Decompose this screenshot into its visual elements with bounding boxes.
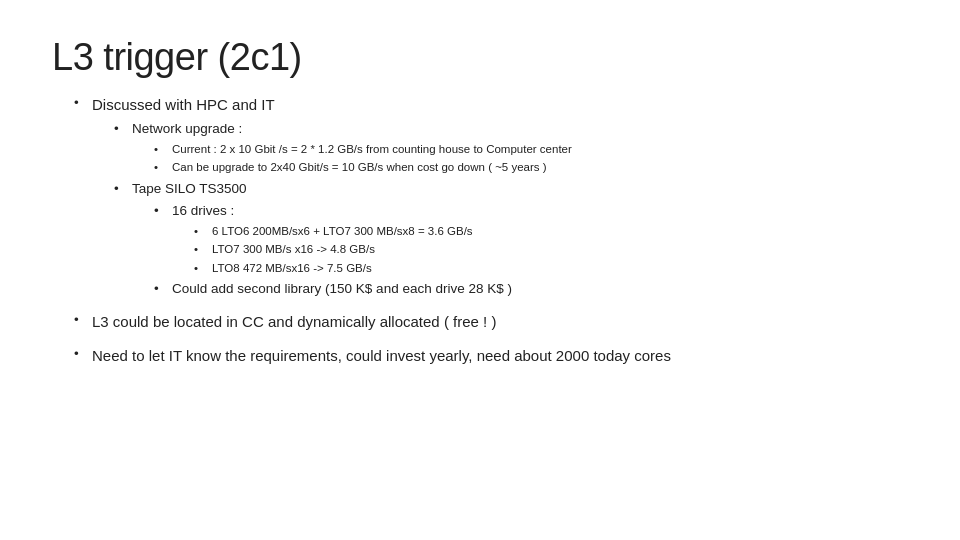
drives-label: 16 drives : (172, 203, 234, 218)
tape-label: Tape SILO TS3500 (132, 181, 247, 196)
l3-cc-label: L3 could be located in CC and dynamicall… (92, 313, 496, 330)
list-item: Need to let IT know the requirements, co… (74, 344, 908, 368)
network-item-0: Current : 2 x 10 Gbit /s = 2 * 1.2 GB/s … (172, 143, 572, 155)
list-item: Network upgrade : Current : 2 x 10 Gbit … (114, 119, 908, 176)
list-item: Tape SILO TS3500 16 drives : 6 LTO6 200M… (114, 179, 908, 300)
network-label: Network upgrade : (132, 121, 242, 136)
slide-content: Discussed with HPC and IT Network upgrad… (52, 93, 908, 372)
list-item: Could add second library (150 K$ and eac… (154, 279, 908, 300)
list-item: LTO8 472 MB/sx16 -> 7.5 GB/s (194, 260, 908, 277)
list-item: L3 could be located in CC and dynamicall… (74, 310, 908, 334)
second-library-label: Could add second library (150 K$ and eac… (172, 281, 512, 296)
slide: L3 trigger (2c1) Discussed with HPC and … (0, 0, 960, 540)
slide-title: L3 trigger (2c1) (52, 36, 908, 79)
list-item: 6 LTO6 200MB/sx6 + LTO7 300 MB/sx8 = 3.6… (194, 223, 908, 240)
hpc-label: Discussed with HPC and IT (92, 96, 275, 113)
network-item-1: Can be upgrade to 2x40 Gbit/s = 10 GB/s … (172, 161, 547, 173)
drives-item-2: LTO8 472 MB/sx16 -> 7.5 GB/s (212, 262, 372, 274)
list-item: Discussed with HPC and IT Network upgrad… (74, 93, 908, 300)
list-item: Can be upgrade to 2x40 Gbit/s = 10 GB/s … (154, 159, 908, 176)
need-it-label: Need to let IT know the requirements, co… (92, 347, 671, 364)
drives-item-0: 6 LTO6 200MB/sx6 + LTO7 300 MB/sx8 = 3.6… (212, 225, 473, 237)
list-item: LTO7 300 MB/s x16 -> 4.8 GB/s (194, 241, 908, 258)
drives-item-1: LTO7 300 MB/s x16 -> 4.8 GB/s (212, 243, 375, 255)
list-item: 16 drives : 6 LTO6 200MB/sx6 + LTO7 300 … (154, 201, 908, 277)
list-item: Current : 2 x 10 Gbit /s = 2 * 1.2 GB/s … (154, 141, 908, 158)
